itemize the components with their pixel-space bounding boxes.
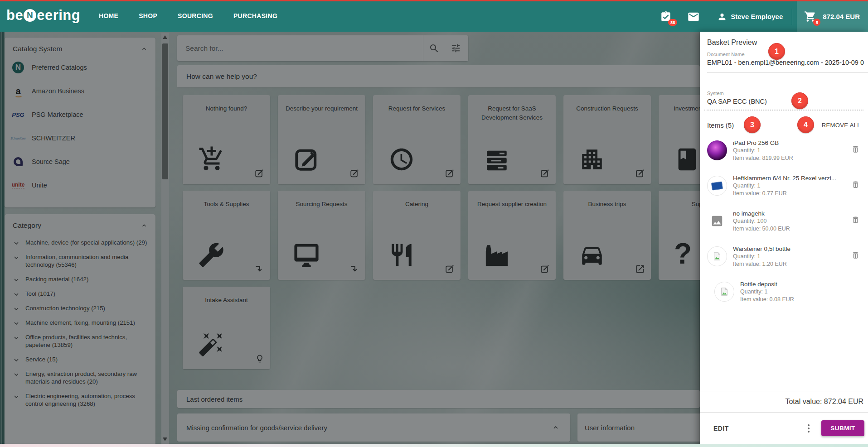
logo-text-prefix: be [6,7,23,24]
document-name-label: Document Name [707,52,745,57]
product-thumbnail [707,140,727,160]
annotation-badge-4: 4 [797,116,814,133]
annotation-badge-2: 2 [791,92,808,109]
menu-item-sourcing[interactable]: SOURCING [178,12,213,19]
top-navbar: be N eering HOME SHOP SOURCING PURCHASIN… [0,0,868,32]
app-window: be N eering HOME SHOP SOURCING PURCHASIN… [0,0,868,447]
dim-overlay[interactable] [0,32,700,447]
basket-items-list: iPad Pro 256 GB Quantity: 1 Item value: … [707,139,864,316]
mail-icon[interactable] [687,10,700,23]
basket-item-warsteiner[interactable]: Warsteiner 0,5l bottle Quantity: 1 Item … [707,245,864,274]
system-label: System [707,91,724,96]
remove-all-button[interactable]: REMOVE ALL [822,122,861,129]
annotation-badge-3: 3 [744,116,761,133]
annotation-badge-1: 1 [768,43,785,60]
basket-preview-title: Basket Preview [707,38,757,47]
person-icon [717,12,727,22]
basket-footer: EDIT SUBMIT [700,412,868,444]
cart-count-badge: 5 [813,19,820,26]
logo-text-suffix: eering [37,7,80,24]
user-menu[interactable]: Steve Employee [717,12,783,22]
edit-button[interactable]: EDIT [713,425,729,432]
menu-item-purchasing[interactable]: PURCHASING [233,12,277,19]
bottom-edge-strip [0,444,868,447]
divider [707,72,868,73]
product-thumbnail [707,176,727,196]
trash-icon[interactable] [851,251,860,260]
basket-preview-panel: Basket Preview Document Name EMPL01 - be… [700,32,868,447]
image-placeholder-icon [707,211,727,231]
broken-image-thumbnail [714,282,734,302]
tasks-icon[interactable]: 88 [660,11,672,23]
main-menu: HOME SHOP SOURCING PURCHASING [99,0,277,32]
basket-button[interactable]: 5 872.04 EUR [797,1,868,32]
trash-icon[interactable] [851,216,860,224]
menu-item-shop[interactable]: SHOP [139,12,157,19]
broken-image-thumbnail [707,246,727,266]
logo-circle-n: N [24,9,36,22]
menu-item-home[interactable]: HOME [99,12,118,19]
notifications-badge: 88 [668,19,677,26]
submit-button[interactable]: SUBMIT [821,420,864,436]
basket-item-staples[interactable]: Heftklammern 6/4 Nr. 25 Rexel verzi... Q… [707,175,864,204]
trash-icon[interactable] [851,180,860,189]
dotted-divider [704,110,863,111]
navbar-right-cluster: 88 Steve Employee 5 [660,1,868,32]
basket-item-ipad[interactable]: iPad Pro 256 GB Quantity: 1 Item value: … [707,139,864,168]
items-count-title: Items (5) [707,121,734,129]
user-name: Steve Employee [731,13,783,20]
navbar-divider [792,9,792,25]
kebab-menu-icon[interactable] [808,424,810,433]
beneering-logo[interactable]: be N eering [6,7,80,24]
basket-item-bottle-deposit[interactable]: Bottle deposit Quantity: 1 Item value: 0… [714,281,864,310]
cart-total: 872.04 EUR [823,13,860,20]
system-value: QA SAP ECC (BNC) [707,98,767,105]
basket-item-no-image[interactable]: no imagehk Quantity: 100 Item value: 50.… [707,210,864,239]
basket-total: Total value: 872.04 EUR [700,391,868,412]
document-name-value: EMPL01 - ben.empl1@beneering.com - 2025-… [707,59,868,66]
cart-icon: 5 [804,10,816,23]
trash-icon[interactable] [851,145,860,154]
